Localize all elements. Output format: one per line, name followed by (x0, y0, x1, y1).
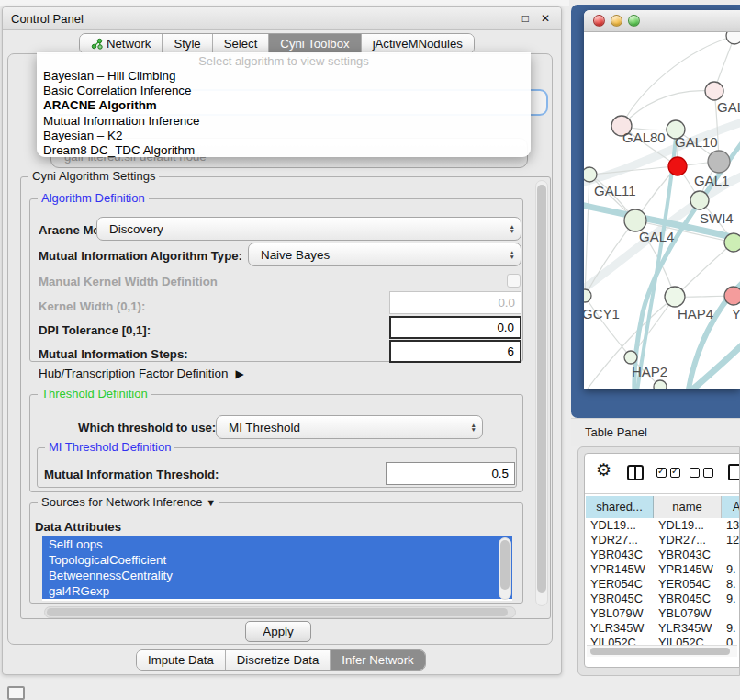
gear-icon[interactable]: ⚙ (596, 461, 611, 479)
aracne-mode-select[interactable]: Discovery (96, 217, 521, 241)
table-row[interactable]: YBR045CYBR045C9. (586, 592, 740, 606)
mi-steps-field[interactable]: 6 (389, 340, 521, 363)
sources-group-title-text: Sources for Network Inference (41, 495, 203, 509)
algorithm-option[interactable]: Dream8 DC_TDC Algorithm (37, 143, 531, 158)
apply-button[interactable]: Apply (245, 621, 311, 642)
settings-horizontal-scrollbar[interactable] (44, 606, 516, 618)
tab-jactivemnodules[interactable]: jActiveMNodules (361, 34, 474, 53)
tab-infer-network[interactable]: Infer Network (330, 650, 424, 670)
data-attribute-item[interactable]: gal4RGexp (42, 583, 512, 599)
table-rows: YDL19...YDL19...13YDR27...YDR27...12YBR0… (586, 518, 740, 650)
table-row[interactable]: YPR145WYPR145W9. (586, 562, 740, 577)
algorithm-option[interactable]: Basic Correlation Inference (37, 84, 531, 98)
network-node[interactable] (708, 151, 730, 173)
minimize-window-icon[interactable] (611, 15, 622, 27)
network-node[interactable] (724, 287, 740, 305)
stepper-arrows-icon (471, 423, 482, 432)
manual-kernel-width-label: Manual Kernel Width Definition (39, 275, 218, 288)
data-attributes-list[interactable]: SelfLoopsTopologicalCoefficientBetweenne… (42, 536, 512, 601)
scrollbar-thumb[interactable] (537, 185, 546, 593)
table-row[interactable]: YLR345WYLR345W9. (586, 621, 740, 636)
mi-algorithm-type-select[interactable]: Naive Bayes (248, 243, 521, 266)
network-node[interactable] (726, 32, 740, 44)
node-table-card: ⚙ shared...nameA YDL19...YDL19...13YDR27… (584, 453, 740, 668)
data-attribute-item[interactable]: BetweennessCentrality (42, 568, 512, 583)
table-row[interactable]: YDR27...YDR27...12 (586, 533, 740, 548)
network-node[interactable] (654, 380, 667, 389)
column-header[interactable]: shared... (586, 496, 654, 518)
algorithm-option[interactable]: ARACNE Algorithm (37, 98, 531, 113)
data-attribute-item[interactable]: SelfLoops (42, 536, 512, 552)
table-row[interactable]: YER054CYER054C8. (586, 577, 740, 592)
tab-label: Discretize Data (237, 653, 319, 667)
threshold-definition-title: Threshold Definition (38, 387, 151, 401)
network-node[interactable] (668, 157, 687, 175)
algorithm-option[interactable]: Bayesian – K2 (37, 129, 531, 143)
minimized-panel-icon[interactable] (7, 686, 25, 700)
attributes-list-vertical-scrollbar[interactable] (499, 537, 511, 600)
close-panel-icon[interactable]: ✕ (541, 12, 550, 25)
table-cell: YPR145W (654, 562, 722, 577)
application-root: Control Panel □ ✕ NetworkStyleSelectCyni… (0, 0, 740, 700)
scrollbar-thumb[interactable] (500, 540, 510, 590)
tab-cyni-toolbox[interactable]: Cyni Toolbox (268, 34, 360, 53)
mi-threshold-field[interactable]: 0.5 (386, 462, 515, 485)
dpi-tolerance-field[interactable]: 0.0 (389, 316, 521, 339)
network-node[interactable] (665, 287, 685, 307)
column-divider (634, 467, 636, 479)
table-cell (722, 606, 740, 621)
cyni-bottom-tabs: Impute DataDiscretize DataInfer Network (136, 649, 426, 671)
table-row[interactable]: YBL079WYBL079W (586, 606, 740, 621)
tab-select[interactable]: Select (212, 34, 269, 53)
network-canvas[interactable]: GAL80GAL10GALGAL1GAL11GAL4SWI4GCY1HAP4YH… (584, 32, 740, 389)
scrollbar-thumb[interactable] (590, 648, 730, 655)
network-node-label: GCY1 (584, 306, 620, 322)
close-window-icon[interactable] (593, 15, 605, 27)
tab-style[interactable]: Style (162, 34, 211, 53)
mi-algorithm-type-value: Naive Bayes (249, 248, 330, 262)
data-attributes-label: Data Attributes (35, 520, 121, 534)
table-horizontal-scrollbar[interactable] (587, 645, 737, 657)
network-node[interactable] (705, 82, 723, 100)
kernel-width-field[interactable]: 0.0 (389, 291, 521, 314)
tab-label: Network (107, 37, 151, 51)
network-node[interactable] (624, 351, 637, 364)
network-node[interactable] (724, 233, 740, 252)
column-header[interactable]: A (722, 496, 740, 518)
table-cell: YBR043C (654, 548, 722, 562)
dpi-tolerance-label: DPI Tolerance [0,1]: (39, 323, 151, 337)
which-threshold-select[interactable]: MI Threshold (216, 415, 483, 439)
column-header[interactable]: name (654, 496, 722, 518)
algorithm-option[interactable]: Bayesian – Hill Climbing (37, 69, 531, 84)
algorithm-popup-header: Select algorithm to view settings (37, 52, 531, 69)
table-cell: YBR043C (586, 548, 654, 562)
table-cell: 9. (722, 592, 740, 606)
network-node-labels: GAL80GAL10GALGAL1GAL11GAL4SWI4GCY1HAP4YH… (584, 99, 740, 379)
check-all-icon[interactable] (656, 468, 680, 478)
tab-impute-data[interactable]: Impute Data (137, 650, 225, 670)
network-node[interactable] (584, 289, 591, 302)
network-node-label: SWI4 (700, 210, 734, 226)
export-table-icon[interactable] (728, 464, 740, 480)
zoom-window-icon[interactable] (628, 15, 640, 27)
data-attribute-item[interactable]: TopologicalCoefficient (42, 552, 512, 568)
expand-section-icon[interactable]: ▶ (235, 367, 243, 380)
collapse-section-icon[interactable]: ▼ (206, 497, 216, 508)
tab-network[interactable]: Network (80, 34, 162, 53)
manual-kernel-width-checkbox[interactable] (507, 274, 521, 288)
tab-discretize-data[interactable]: Discretize Data (225, 650, 330, 670)
network-node[interactable] (690, 191, 709, 209)
table-row[interactable]: YBR043CYBR043C (586, 548, 740, 562)
table-row[interactable]: YDL19...YDL19...13 (586, 518, 740, 533)
column-view-icon[interactable] (627, 465, 644, 480)
settings-vertical-scrollbar[interactable] (535, 180, 548, 606)
float-panel-icon[interactable]: □ (522, 12, 529, 25)
tab-label: jActiveMNodules (373, 37, 463, 51)
kernel-width-label: Kernel Width (0,1): (39, 299, 145, 313)
table-cell: YDR27... (586, 533, 654, 548)
network-node[interactable] (584, 167, 597, 182)
uncheck-all-icon[interactable] (690, 468, 713, 478)
scrollbar-thumb[interactable] (47, 608, 508, 616)
algorithm-option[interactable]: Mutual Information Inference (37, 114, 531, 129)
hub-definition-section[interactable]: Hub/Transcription Factor Definition ▶ (39, 367, 244, 380)
